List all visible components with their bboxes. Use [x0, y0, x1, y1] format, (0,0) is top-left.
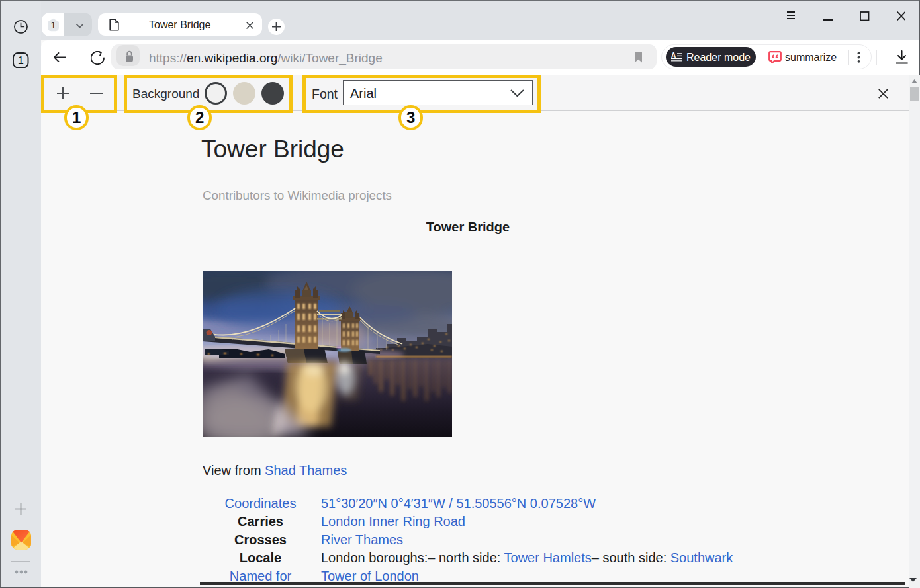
- svg-text:A: A: [671, 52, 676, 59]
- svg-text:1: 1: [50, 20, 56, 30]
- svg-text:1: 1: [18, 54, 24, 66]
